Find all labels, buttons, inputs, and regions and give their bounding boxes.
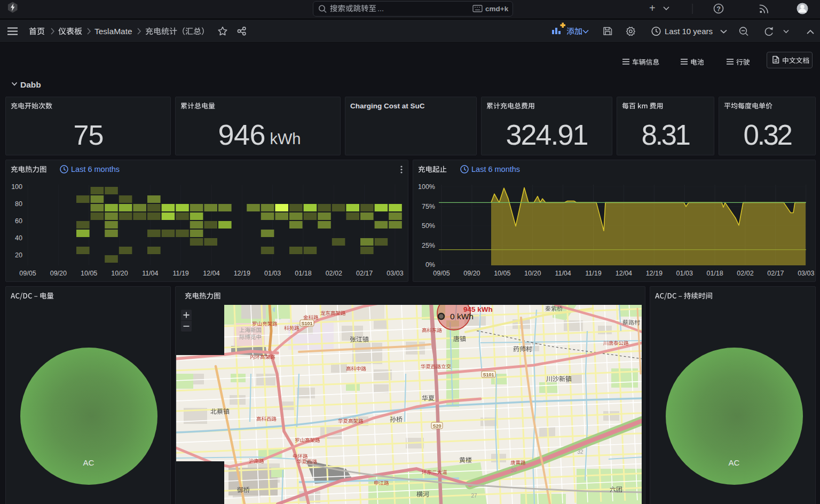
svg-text:0 kWh: 0 kWh <box>450 312 474 321</box>
svg-text:8.31: 8.31 <box>641 119 689 151</box>
svg-text:25%: 25% <box>422 242 435 249</box>
svg-text:TeslaMate: TeslaMate <box>94 27 132 36</box>
svg-text:02/17: 02/17 <box>356 270 373 277</box>
svg-text:?: ? <box>716 5 721 13</box>
svg-text:12/19: 12/19 <box>646 270 663 277</box>
svg-text:0.32: 0.32 <box>743 119 791 151</box>
svg-text:03/03: 03/03 <box>798 270 814 277</box>
svg-text:11/19: 11/19 <box>172 270 188 277</box>
svg-text:09/05: 09/05 <box>433 270 450 277</box>
svg-text:10/20: 10/20 <box>524 270 541 277</box>
svg-text:12/04: 12/04 <box>616 270 632 277</box>
svg-text:0%: 0% <box>425 261 435 269</box>
svg-text:cmd+k: cmd+k <box>485 5 509 13</box>
svg-text:09/05: 09/05 <box>19 270 36 277</box>
svg-text:11/19: 11/19 <box>585 270 601 277</box>
svg-text:01/03: 01/03 <box>676 270 693 277</box>
svg-text:02/02: 02/02 <box>326 270 342 277</box>
svg-text:946: 946 <box>218 119 265 151</box>
svg-text:11/04: 11/04 <box>142 270 158 277</box>
svg-text:324.91: 324.91 <box>506 119 587 151</box>
svg-text:Last 6 months: Last 6 months <box>71 165 120 174</box>
svg-text:32: 32 <box>577 449 584 455</box>
svg-text:Dabb: Dabb <box>20 80 41 89</box>
svg-text:75: 75 <box>74 120 104 151</box>
svg-text:60: 60 <box>15 217 22 225</box>
svg-text:Charging Cost at SuC: Charging Cost at SuC <box>350 102 425 110</box>
svg-text:80: 80 <box>15 200 22 208</box>
svg-text:S101: S101 <box>301 321 312 326</box>
svg-text:AC: AC <box>83 458 94 467</box>
svg-text:+: + <box>649 2 656 14</box>
svg-text:10/05: 10/05 <box>81 270 97 277</box>
svg-text:10/05: 10/05 <box>494 270 510 277</box>
svg-text:11/04: 11/04 <box>555 270 571 277</box>
svg-text:12/19: 12/19 <box>234 270 250 277</box>
svg-text:...: ... <box>377 4 384 13</box>
svg-text:30: 30 <box>510 467 517 473</box>
svg-text:40: 40 <box>15 234 22 242</box>
svg-text:Last 6 months: Last 6 months <box>471 165 520 174</box>
svg-text:01/18: 01/18 <box>295 270 311 277</box>
svg-text:01/18: 01/18 <box>706 270 723 277</box>
svg-text:01/03: 01/03 <box>264 270 281 277</box>
svg-text:S101: S101 <box>483 372 494 377</box>
svg-text:75%: 75% <box>422 203 435 210</box>
svg-text:02/17: 02/17 <box>767 270 784 277</box>
svg-text:27: 27 <box>471 493 477 499</box>
svg-text:100%: 100% <box>418 183 435 191</box>
svg-text:S20: S20 <box>432 423 441 429</box>
svg-text:Last 10 years: Last 10 years <box>665 27 713 36</box>
svg-text:AC: AC <box>729 458 740 467</box>
svg-text:100: 100 <box>11 183 22 191</box>
svg-text:kWh: kWh <box>270 130 301 147</box>
svg-text:02/02: 02/02 <box>737 270 753 277</box>
svg-text:10/20: 10/20 <box>111 270 128 277</box>
svg-text:09/20: 09/20 <box>463 270 480 277</box>
svg-text:12/04: 12/04 <box>203 270 219 277</box>
svg-text:03/03: 03/03 <box>387 270 403 277</box>
svg-text:09/20: 09/20 <box>50 270 67 277</box>
svg-text:20: 20 <box>15 251 22 259</box>
svg-text:50%: 50% <box>422 222 435 230</box>
